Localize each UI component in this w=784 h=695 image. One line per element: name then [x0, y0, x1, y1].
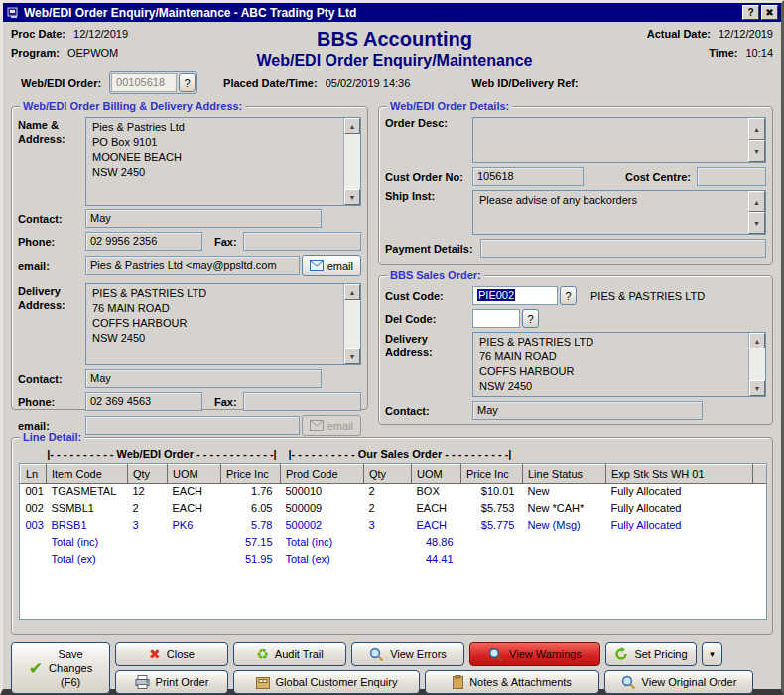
help-button[interactable]: ?: [742, 5, 759, 20]
scroll-up-icon[interactable]: ▲: [344, 118, 360, 134]
scroll-up-icon[interactable]: ▲: [748, 191, 765, 212]
delivery-email-input[interactable]: [85, 416, 300, 435]
col-exp-stk[interactable]: Exp Stk Sts WH 01: [606, 465, 753, 484]
notes-attachments-button[interactable]: Notes & Attachments: [425, 670, 599, 694]
placed-date-value: 05/02/2019 14:36: [326, 77, 411, 89]
line-detail-legend: Line Detail:: [20, 431, 84, 444]
save-changes-button[interactable]: ✔ SaveChanges(F6): [11, 642, 110, 694]
totals-row: Total (inc)57.15Total (inc)48.86: [21, 534, 767, 551]
set-pricing-button[interactable]: Set Pricing: [605, 642, 697, 666]
ship-inst-spinner[interactable]: ▲ ▼: [748, 191, 765, 234]
bbs-delivery-address-textarea[interactable]: PIES & PASTRIES LTD 76 MAIN ROAD COFFS H…: [472, 332, 766, 397]
delivery-email-button[interactable]: email: [302, 415, 361, 436]
title-bar: Web/EDI Order Enquiry/Maintenance - ABC …: [3, 3, 781, 22]
envelope-icon: [310, 260, 324, 271]
scroll-up-icon[interactable]: ▲: [748, 118, 765, 140]
delivery-address-textarea[interactable]: PIES & PASTRIES LTD 76 MAIN ROAD COFFS H…: [85, 283, 361, 365]
del-code-lookup-button[interactable]: ?: [522, 309, 539, 328]
scroll-down-icon[interactable]: ▼: [344, 189, 360, 205]
cust-order-input[interactable]: 105618: [472, 167, 584, 186]
refresh-icon: [614, 647, 628, 661]
billing-phone-input[interactable]: 02 9956 2356: [85, 232, 202, 251]
scroll-up-icon[interactable]: ▲: [749, 333, 765, 348]
card-file-icon: [256, 676, 270, 689]
cost-centre-input[interactable]: [697, 167, 766, 186]
delivery-contact-input[interactable]: May: [85, 369, 322, 388]
phone2-label: Phone:: [18, 394, 85, 409]
app-title: BBS Accounting: [199, 28, 589, 51]
order-desc-spinner[interactable]: ▲ ▼: [748, 118, 765, 162]
col-uom[interactable]: UOM: [168, 465, 221, 484]
actual-date-label: Actual Date:: [647, 28, 711, 40]
table-row[interactable]: 003BRSB13PK65.785000023EACH$5.775New (Ms…: [21, 517, 767, 534]
audit-trail-button[interactable]: ♻ Audit Trail: [233, 642, 346, 666]
set-pricing-dropdown-button[interactable]: ▼: [702, 642, 722, 666]
col-price-inc2[interactable]: Price Inc: [461, 465, 523, 484]
grid-span-header: |- - - - - - - - - - Web/EDI Order - - -…: [18, 448, 766, 463]
col-item-code[interactable]: Item Code: [47, 465, 128, 484]
delivery-fax-input[interactable]: [243, 392, 361, 411]
bbs-contact-input[interactable]: May: [472, 401, 703, 420]
scroll-down-icon[interactable]: ▼: [748, 212, 765, 234]
scroll-down-icon[interactable]: ▼: [748, 140, 765, 162]
contact2-label: Contact:: [18, 371, 85, 386]
table-row[interactable]: 001TGASMETAL12EACH1.765000102BOX$10.01Ne…: [21, 484, 767, 500]
view-warnings-button[interactable]: View Warnings: [469, 642, 600, 666]
col-qty[interactable]: Qty: [128, 465, 168, 484]
scroll-down-icon[interactable]: ▼: [344, 348, 360, 364]
grid-header-row: Ln Item Code Qty UOM Price Inc Prod Code…: [21, 465, 767, 484]
col-qty2[interactable]: Qty: [364, 465, 412, 484]
printer-icon: [135, 675, 150, 689]
magnifier-icon: [488, 647, 503, 662]
col-price-inc[interactable]: Price Inc: [221, 465, 281, 484]
scroll-up-icon[interactable]: ▲: [344, 284, 360, 300]
global-customer-enquiry-button[interactable]: Global Customer Enquiry: [233, 670, 420, 694]
cust-code-lookup-button[interactable]: ?: [560, 286, 577, 305]
magnifier-icon: [621, 675, 636, 690]
col-prod-code[interactable]: Prod Code: [281, 465, 364, 484]
webid-label: Web ID/Delivery Ref:: [471, 77, 578, 89]
recycle-icon: ♻: [256, 646, 269, 662]
header: Proc Date:12/12/2019 Program:OEPWOM BBS …: [11, 28, 773, 70]
clipboard-icon: [453, 675, 463, 689]
window-close-button[interactable]: ✖: [761, 5, 778, 20]
cust-code-input[interactable]: PIE002: [472, 286, 558, 305]
col-uom2[interactable]: UOM: [412, 465, 461, 484]
table-row[interactable]: 002SSMBL12EACH6.055000092EACH$5.753New *…: [21, 500, 767, 517]
webedi-order-input[interactable]: 00105618: [111, 73, 177, 92]
sales-span-header: |- - - - - - - - - - Our Sales Order - -…: [279, 448, 521, 460]
payment-details-label: Payment Details:: [385, 243, 480, 255]
scroll-down-icon[interactable]: ▼: [749, 380, 765, 396]
col-ln[interactable]: Ln: [21, 465, 47, 484]
del-code-input[interactable]: [472, 309, 520, 328]
billing-fax-input[interactable]: [243, 232, 361, 251]
order-lookup-button[interactable]: ?: [179, 73, 196, 92]
col-stub: [753, 465, 767, 484]
bbs-delivery-scrollbar[interactable]: ▲ ▼: [748, 333, 765, 396]
line-grid[interactable]: Ln Item Code Qty UOM Price Inc Prod Code…: [19, 463, 767, 620]
delivery-address-label: DeliveryAddress:: [18, 283, 85, 312]
name-address-textarea[interactable]: Pies & Pastries Ltd PO Box 9101 MOONEE B…: [85, 117, 361, 206]
delivery-phone-input[interactable]: 02 369 4563: [85, 392, 202, 411]
close-button[interactable]: ✖ Close: [115, 642, 228, 666]
view-errors-button[interactable]: View Errors: [351, 642, 464, 666]
order-desc-textarea[interactable]: ▲ ▼: [472, 117, 766, 163]
totals-row: Total (ex)51.95Total (ex)44.41: [21, 551, 767, 568]
delivery-address-scrollbar[interactable]: ▲ ▼: [343, 284, 360, 364]
program-label: Program:: [11, 47, 60, 59]
payment-details-input[interactable]: [480, 239, 766, 258]
bbs-sales-group: BBS Sales Order: Cust Code: PIE002 ? PIE…: [378, 275, 773, 425]
webedi-order-label: Web/EDI Order:: [21, 77, 101, 89]
col-line-status[interactable]: Line Status: [523, 465, 606, 484]
billing-email-button[interactable]: email: [302, 255, 361, 276]
billing-email-input[interactable]: Pies & Pastries Ltd <may@ppsltd.com: [85, 256, 300, 275]
billing-group: Web/EDI Order Billing & Delivery Address…: [11, 106, 368, 410]
billing-legend: Web/EDI Order Billing & Delivery Address…: [20, 100, 245, 113]
ship-inst-textarea[interactable]: Please advise of any backorders ▲ ▼: [472, 190, 766, 235]
print-order-button[interactable]: Print Order: [115, 670, 228, 694]
view-original-order-button[interactable]: View Original Order: [604, 670, 753, 694]
name-address-scrollbar[interactable]: ▲ ▼: [343, 118, 360, 205]
proc-date-label: Proc Date:: [11, 28, 65, 40]
billing-contact-input[interactable]: May: [85, 209, 322, 228]
app-icon: [6, 6, 21, 20]
